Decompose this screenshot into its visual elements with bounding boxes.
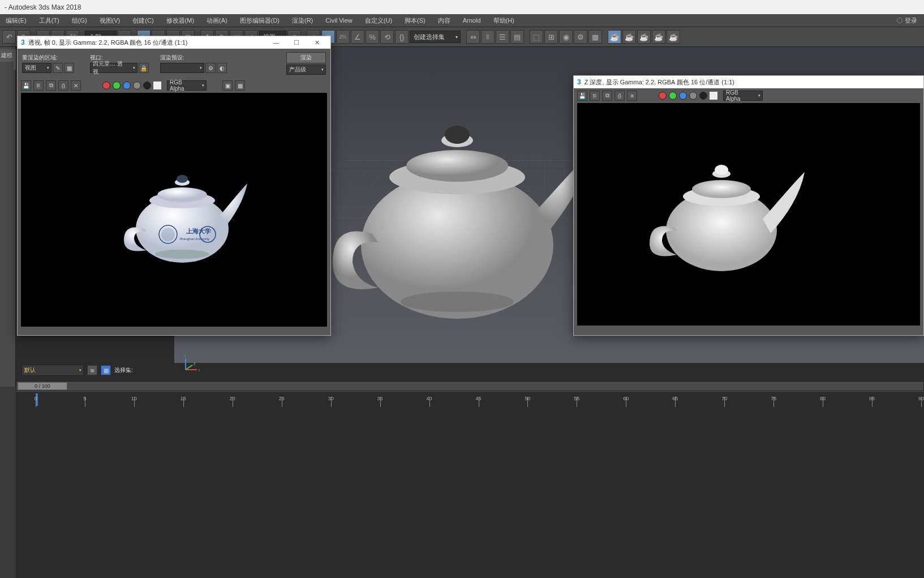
schematic-button[interactable]: ⊞ bbox=[544, 30, 558, 44]
region-auto-button[interactable]: ▦ bbox=[64, 63, 74, 73]
render-button[interactable]: 渲染 bbox=[286, 52, 326, 63]
lock-button[interactable]: 🔒 bbox=[139, 63, 149, 73]
close-button[interactable]: ✕ bbox=[307, 37, 327, 48]
render-online-button[interactable]: ☕ bbox=[652, 30, 665, 44]
render-window-perspective: 3 透视, 帧 0, 显示 Gamma: 2.2, RGBA 颜色 16 位/通… bbox=[17, 36, 331, 336]
undo-button[interactable]: ↶ bbox=[2, 30, 16, 44]
product-dropdown[interactable]: 产品级 bbox=[286, 65, 326, 75]
channel-red-button[interactable] bbox=[659, 92, 667, 100]
teapot-model[interactable] bbox=[316, 87, 599, 324]
menu-edit[interactable]: 编辑(E) bbox=[6, 16, 27, 25]
time-slider-track[interactable]: 0 / 100 bbox=[16, 381, 924, 391]
layer-button[interactable]: ☰ bbox=[496, 30, 509, 44]
edit-named-sel-button[interactable]: {} bbox=[395, 30, 409, 44]
render-frame-button[interactable]: ▦ bbox=[588, 30, 602, 44]
login-button[interactable]: 登录 bbox=[897, 16, 917, 25]
copy-button[interactable]: ⎘ bbox=[590, 91, 600, 101]
layer-dropdown[interactable]: 默认 bbox=[22, 365, 84, 376]
snap2-button[interactable]: 2½ bbox=[336, 30, 350, 44]
tick-label: 5 bbox=[83, 396, 86, 401]
svg-point-19 bbox=[715, 165, 728, 175]
env-button[interactable]: ◐ bbox=[217, 63, 227, 73]
user-icon bbox=[897, 18, 902, 23]
render-window-titlebar[interactable]: 3 透视, 帧 0, 显示 Gamma: 2.2, RGBA 颜色 16 位/通… bbox=[18, 36, 330, 49]
channel-dropdown[interactable]: RGB Alpha bbox=[167, 80, 207, 91]
print-button[interactable]: ⎙ bbox=[58, 80, 68, 91]
preset-dropdown[interactable] bbox=[160, 63, 204, 73]
time-slider-thumb[interactable]: 0 / 100 bbox=[18, 382, 67, 390]
channel-blue-button[interactable] bbox=[123, 82, 131, 89]
align-button[interactable]: ⫴ bbox=[481, 30, 495, 44]
channel-mono-button[interactable] bbox=[143, 82, 151, 89]
menu-content[interactable]: 内容 bbox=[438, 16, 450, 25]
tick-label: 90 bbox=[918, 396, 924, 401]
menu-animation[interactable]: 动画(A) bbox=[207, 16, 227, 25]
channel-green-button[interactable] bbox=[113, 82, 121, 89]
copy-button[interactable]: ⎘ bbox=[33, 80, 44, 91]
ribbon-button[interactable]: ▤ bbox=[510, 30, 524, 44]
menu-help[interactable]: 帮助(H) bbox=[493, 16, 514, 25]
menu-arnold[interactable]: Arnold bbox=[463, 17, 481, 24]
region-edit-button[interactable]: ✎ bbox=[53, 63, 63, 73]
spinner-snap-button[interactable]: ⟲ bbox=[380, 30, 394, 44]
print-button[interactable]: ⎙ bbox=[614, 91, 625, 101]
tick-label: 40 bbox=[427, 396, 432, 401]
clone-button[interactable]: ⧉ bbox=[46, 80, 56, 91]
channel-mono-button[interactable] bbox=[699, 92, 707, 100]
channel-alpha-button[interactable] bbox=[133, 82, 141, 89]
menu-group[interactable]: 组(G) bbox=[72, 16, 87, 25]
region-dropdown[interactable]: 视图 bbox=[22, 63, 51, 73]
channel-green-button[interactable] bbox=[669, 92, 677, 100]
menu-customize[interactable]: 自定义(U) bbox=[365, 16, 392, 25]
app-title: - Autodesk 3ds Max 2018 bbox=[5, 3, 81, 11]
render-canvas-zdepth[interactable] bbox=[577, 103, 920, 326]
clear-button[interactable]: ✕ bbox=[71, 80, 81, 91]
save-image-button[interactable]: 💾 bbox=[577, 91, 587, 101]
viewport-dropdown[interactable]: 四元菜… 透视 bbox=[90, 63, 137, 73]
tick-label: 20 bbox=[230, 396, 235, 401]
layer-bar: 默认 ≋ ▦ 选择集: bbox=[22, 364, 180, 376]
left-tab-modeling[interactable]: 建模 bbox=[0, 49, 14, 62]
channel-rgb-button[interactable] bbox=[153, 82, 161, 89]
render-setup-button[interactable]: ⚙ bbox=[574, 30, 587, 44]
menu-civil-view[interactable]: Civil View bbox=[325, 17, 352, 24]
channel-blue-button[interactable] bbox=[679, 92, 687, 100]
channel-dropdown[interactable]: RGB Alpha bbox=[723, 91, 763, 101]
render-active-button[interactable]: ☕ bbox=[637, 30, 651, 44]
mirror-button[interactable]: ⇔ bbox=[466, 30, 480, 44]
menu-graph-editors[interactable]: 图形编辑器(D) bbox=[240, 16, 280, 25]
timeline[interactable]: 051015202530354045505560657075808590 bbox=[16, 391, 924, 407]
render-window-titlebar-z[interactable]: 3 Z 深度, 显示 Gamma: 2.2, RGBA 颜色 16 位/通道 (… bbox=[574, 76, 923, 88]
render-setup-icon-button[interactable]: ⚙ bbox=[205, 63, 216, 73]
maximize-button[interactable]: ☐ bbox=[286, 37, 307, 48]
menu-create[interactable]: 创建(C) bbox=[132, 16, 153, 25]
menu-modifiers[interactable]: 修改器(M) bbox=[166, 16, 195, 25]
channel-rgb-button[interactable] bbox=[710, 92, 717, 100]
render-prod-button[interactable]: ☕ bbox=[608, 30, 621, 44]
render-iter-button[interactable]: ☕ bbox=[622, 30, 636, 44]
clear-button[interactable]: ✕ bbox=[627, 91, 637, 101]
left-panel: 建模 定义流 bbox=[0, 47, 16, 387]
isolate-button[interactable]: ▦ bbox=[101, 365, 111, 375]
overlay-a-button[interactable]: ▣ bbox=[222, 80, 233, 91]
menu-render[interactable]: 渲染(R) bbox=[292, 16, 313, 25]
menu-script[interactable]: 脚本(S) bbox=[405, 16, 426, 25]
tick-label: 45 bbox=[475, 396, 481, 401]
render-canvas-rgba[interactable]: 上海大学 Shanghai University bbox=[21, 93, 327, 327]
channel-red-button[interactable] bbox=[102, 82, 110, 89]
clone-button[interactable]: ⧉ bbox=[602, 91, 612, 101]
material-button[interactable]: ◉ bbox=[559, 30, 573, 44]
minimize-button[interactable]: ― bbox=[266, 37, 286, 48]
angle-snap-button[interactable]: ∠ bbox=[351, 30, 364, 44]
percent-snap-button[interactable]: % bbox=[366, 30, 379, 44]
render-last-button[interactable]: ☕ bbox=[667, 30, 680, 44]
menu-tools[interactable]: 工具(T) bbox=[39, 16, 59, 25]
channel-alpha-button[interactable] bbox=[689, 92, 697, 100]
save-image-button[interactable]: 💾 bbox=[21, 80, 31, 91]
overlay-b-button[interactable]: ▦ bbox=[235, 80, 245, 91]
teapot-logo-text: 上海大学 bbox=[186, 228, 211, 234]
curve-editor-button[interactable]: ⬚ bbox=[530, 30, 543, 44]
menu-view[interactable]: 视图(V) bbox=[100, 16, 121, 25]
layer-toggle-button[interactable]: ≋ bbox=[87, 365, 97, 375]
named-selection-dropdown[interactable]: 创建选择集 bbox=[410, 31, 461, 43]
